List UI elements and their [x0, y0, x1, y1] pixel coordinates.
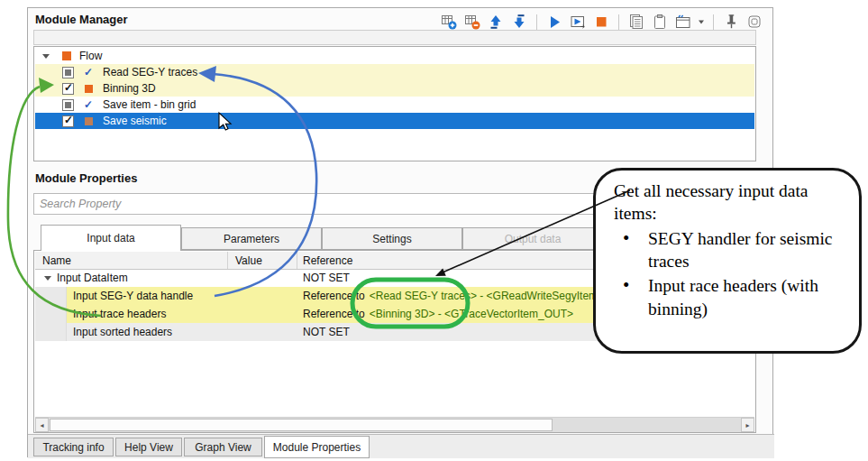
module-properties-title: Module Properties	[35, 171, 137, 185]
tab-help-view[interactable]: Help View	[115, 438, 182, 456]
callout-list: SEGY handler for seismic traces Input ra…	[614, 227, 848, 320]
new-window-icon[interactable]	[674, 13, 692, 31]
run-flow-icon[interactable]	[569, 13, 587, 31]
window-title: Module Manager	[35, 13, 128, 26]
column-header-value[interactable]: Value	[228, 252, 297, 269]
stop-icon[interactable]	[592, 13, 610, 31]
tab-parameters[interactable]: Parameters	[181, 227, 322, 250]
checkbox-partial[interactable]	[62, 99, 74, 111]
property-name: Input DataItem	[57, 272, 128, 284]
move-up-icon[interactable]	[487, 13, 505, 31]
clipboard-icon[interactable]	[651, 13, 669, 31]
reference-text: NOT SET	[303, 326, 350, 338]
window-dropdown-icon[interactable]	[698, 18, 705, 25]
tab-input-data[interactable]: Input data	[41, 225, 181, 251]
column-header-name[interactable]: Name	[35, 252, 228, 269]
callout-bullet: SEGY handler for seismic traces	[614, 227, 848, 273]
checkbox-checked[interactable]	[62, 115, 74, 127]
tree-item-label: Flow	[79, 50, 102, 62]
toolbar-separator	[536, 14, 537, 30]
callout-intro: Get all necessary input data items:	[614, 180, 848, 226]
toolbar-separator	[618, 14, 619, 30]
blue-check-icon	[82, 99, 95, 110]
checkbox-checked[interactable]	[62, 83, 74, 95]
reference-text: Reference to	[303, 308, 365, 320]
report-icon[interactable]	[627, 13, 645, 31]
remove-module-icon[interactable]	[463, 13, 481, 31]
tab-settings[interactable]: Settings	[322, 227, 462, 250]
callout-bullet: Input race headers (with binning)	[614, 274, 848, 320]
tab-output-data[interactable]: Output data	[462, 227, 603, 250]
tab-tracking-info[interactable]: Tracking info	[33, 438, 114, 456]
scroll-left-icon[interactable]: ◂	[35, 418, 49, 432]
tab-graph-view[interactable]: Graph View	[184, 438, 262, 456]
toolbar-sub-strip	[33, 30, 756, 45]
flow-tree-panel: Flow Read SEG-Y traces Binning 3D Save i…	[33, 46, 756, 161]
orange-square-icon	[82, 85, 95, 93]
tree-item-save-item-bin-grid[interactable]: Save item - bin grid	[35, 97, 754, 113]
bottom-tab-strip: Tracking info Help View Graph View Modul…	[28, 434, 774, 458]
annotation-callout: Get all necessary input data items: SEGY…	[593, 168, 862, 354]
property-name: Input SEG-Y data handle	[73, 290, 193, 302]
add-module-icon[interactable]	[440, 13, 458, 31]
indent-cell	[35, 305, 67, 323]
tab-module-properties[interactable]: Module Properties	[264, 436, 370, 458]
tree-item-flow[interactable]: Flow	[35, 48, 754, 64]
flow-square-icon	[62, 51, 71, 60]
tree-item-label: Binning 3D	[103, 82, 156, 95]
horizontal-scrollbar[interactable]: ◂ ▸	[35, 417, 754, 432]
property-name: Input sorted headers	[73, 326, 172, 338]
float-window-icon[interactable]	[745, 13, 763, 31]
indent-cell	[35, 287, 67, 305]
reference-text: NOT SET	[303, 272, 350, 284]
indent-cell	[35, 323, 67, 341]
checkbox-partial[interactable]	[62, 67, 74, 78]
orange-square-muted-icon	[82, 117, 95, 125]
reference-text: Reference to	[303, 290, 365, 302]
move-down-icon[interactable]	[510, 13, 528, 31]
scroll-right-icon[interactable]: ▸	[741, 418, 754, 432]
scrollbar-thumb[interactable]	[50, 419, 553, 431]
run-icon[interactable]	[545, 13, 563, 31]
tree-item-label: Save item - bin grid	[103, 98, 196, 111]
tree-item-label: Read SEG-Y traces	[103, 66, 197, 78]
tree-item-binning-3d[interactable]: Binning 3D	[35, 80, 754, 97]
tree-item-save-seismic[interactable]: Save seismic	[35, 113, 754, 129]
expander-icon[interactable]	[44, 276, 51, 281]
expander-icon[interactable]	[42, 54, 50, 59]
pin-icon[interactable]	[722, 13, 740, 31]
tree-item-label: Save seismic	[103, 115, 167, 127]
reference-value: <Binning 3D> - <GTraceVectorItem_OUT>	[370, 308, 573, 320]
toolbar-separator	[713, 14, 714, 30]
blue-check-icon	[82, 67, 95, 78]
property-name: Input trace headers	[73, 308, 166, 320]
screenshot-root: Module Manager	[0, 0, 868, 461]
tree-item-read-segy-traces[interactable]: Read SEG-Y traces	[35, 64, 754, 80]
